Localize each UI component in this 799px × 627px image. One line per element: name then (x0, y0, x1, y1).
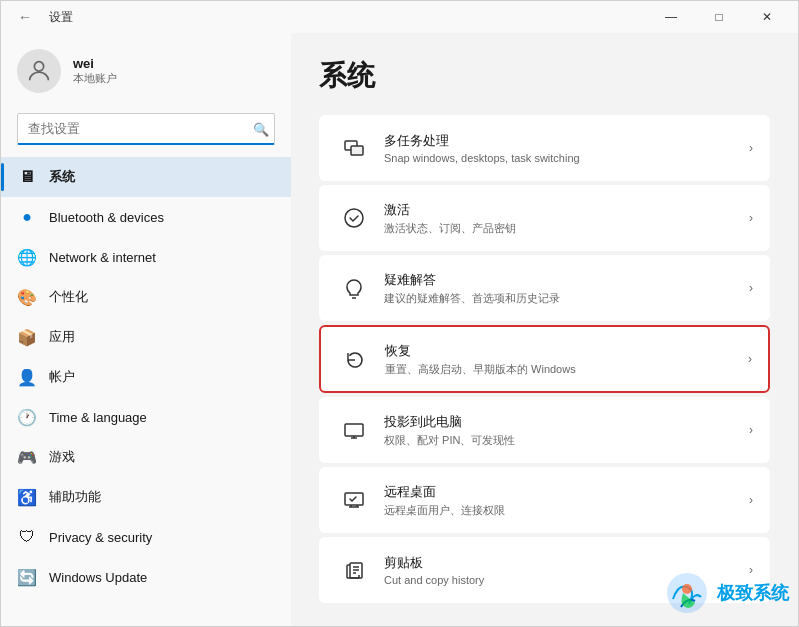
svg-point-14 (682, 584, 692, 594)
recovery-icon (337, 341, 373, 377)
clipboard-icon (336, 552, 372, 588)
time-icon: 🕐 (17, 407, 37, 427)
update-icon: 🔄 (17, 567, 37, 587)
settings-item-multitasking[interactable]: 多任务处理 Snap windows, desktops, task switc… (319, 115, 770, 181)
sidebar-item-accounts[interactable]: 👤 帐户 (1, 357, 291, 397)
sidebar-item-time[interactable]: 🕐 Time & language (1, 397, 291, 437)
maximize-button[interactable]: □ (696, 1, 742, 33)
remotedesktop-title: 远程桌面 (384, 483, 741, 501)
activation-icon (336, 200, 372, 236)
close-button[interactable]: ✕ (744, 1, 790, 33)
accessibility-icon: ♿ (17, 487, 37, 507)
sidebar-item-gaming[interactable]: 🎮 游戏 (1, 437, 291, 477)
projecting-chevron: › (749, 423, 753, 437)
accounts-icon: 👤 (17, 367, 37, 387)
sidebar-item-accessibility-label: 辅助功能 (49, 488, 101, 506)
right-panel: 系统 多任务处理 Snap windows, desktops, task sw… (291, 33, 798, 626)
sidebar-item-system-label: 系统 (49, 168, 75, 186)
activation-text: 激活 激活状态、订阅、产品密钥 (384, 201, 741, 236)
sidebar-nav: 🖥 系统 ● Bluetooth & devices 🌐 Network & i… (1, 157, 291, 597)
sidebar-item-update-label: Windows Update (49, 570, 147, 585)
system-icon: 🖥 (17, 167, 37, 187)
user-name: wei (73, 56, 117, 71)
sidebar-item-accounts-label: 帐户 (49, 368, 75, 386)
multitasking-text: 多任务处理 Snap windows, desktops, task switc… (384, 132, 741, 164)
titlebar: ← 设置 — □ ✕ (1, 1, 798, 33)
window-controls: — □ ✕ (648, 1, 790, 33)
settings-item-troubleshoot[interactable]: 疑难解答 建议的疑难解答、首选项和历史记录 › (319, 255, 770, 321)
sidebar-item-network[interactable]: 🌐 Network & internet (1, 237, 291, 277)
search-input[interactable] (17, 113, 275, 145)
projecting-text: 投影到此电脑 权限、配对 PIN、可发现性 (384, 413, 741, 448)
sidebar-item-bluetooth-label: Bluetooth & devices (49, 210, 164, 225)
sidebar-item-privacy-label: Privacy & security (49, 530, 152, 545)
sidebar-item-gaming-label: 游戏 (49, 448, 75, 466)
recovery-title: 恢复 (385, 342, 740, 360)
settings-item-activation[interactable]: 激活 激活状态、订阅、产品密钥 › (319, 185, 770, 251)
svg-point-0 (34, 62, 43, 71)
troubleshoot-subtitle: 建议的疑难解答、首选项和历史记录 (384, 291, 741, 306)
gaming-icon: 🎮 (17, 447, 37, 467)
sidebar-item-network-label: Network & internet (49, 250, 156, 265)
troubleshoot-chevron: › (749, 281, 753, 295)
recovery-subtitle: 重置、高级启动、早期版本的 Windows (385, 362, 740, 377)
sidebar-item-privacy[interactable]: 🛡 Privacy & security (1, 517, 291, 557)
settings-list: 多任务处理 Snap windows, desktops, task switc… (319, 115, 770, 603)
user-info: wei 本地账户 (73, 56, 117, 86)
settings-item-remotedesktop[interactable]: 远程桌面 远程桌面用户、连接权限 › (319, 467, 770, 533)
window-title: 设置 (49, 9, 73, 26)
settings-item-recovery[interactable]: 恢复 重置、高级启动、早期版本的 Windows › (319, 325, 770, 393)
settings-item-projecting[interactable]: 投影到此电脑 权限、配对 PIN、可发现性 › (319, 397, 770, 463)
settings-window: ← 设置 — □ ✕ wei 本地账户 (0, 0, 799, 627)
svg-rect-2 (351, 146, 363, 155)
watermark-text: 极致系统 (717, 581, 789, 605)
sidebar-item-bluetooth[interactable]: ● Bluetooth & devices (1, 197, 291, 237)
svg-rect-5 (345, 424, 363, 436)
troubleshoot-text: 疑难解答 建议的疑难解答、首选项和历史记录 (384, 271, 741, 306)
svg-point-3 (345, 209, 363, 227)
remotedesktop-chevron: › (749, 493, 753, 507)
troubleshoot-icon (336, 270, 372, 306)
personalization-icon: 🎨 (17, 287, 37, 307)
sidebar-item-accessibility[interactable]: ♿ 辅助功能 (1, 477, 291, 517)
apps-icon: 📦 (17, 327, 37, 347)
recovery-text: 恢复 重置、高级启动、早期版本的 Windows (385, 342, 740, 377)
user-icon (25, 57, 53, 85)
remotedesktop-icon (336, 482, 372, 518)
activation-title: 激活 (384, 201, 741, 219)
sidebar-item-apps-label: 应用 (49, 328, 75, 346)
watermark: 极致系统 (663, 569, 789, 617)
avatar (17, 49, 61, 93)
activation-chevron: › (749, 211, 753, 225)
activation-subtitle: 激活状态、订阅、产品密钥 (384, 221, 741, 236)
page-title: 系统 (319, 57, 770, 95)
privacy-icon: 🛡 (17, 527, 37, 547)
sidebar-item-system[interactable]: 🖥 系统 (1, 157, 291, 197)
search-box: 🔍 (17, 113, 275, 145)
projecting-subtitle: 权限、配对 PIN、可发现性 (384, 433, 741, 448)
sidebar-item-personalization-label: 个性化 (49, 288, 88, 306)
projecting-icon (336, 412, 372, 448)
sidebar-item-time-label: Time & language (49, 410, 147, 425)
minimize-button[interactable]: — (648, 1, 694, 33)
multitasking-chevron: › (749, 141, 753, 155)
multitasking-subtitle: Snap windows, desktops, task switching (384, 152, 741, 164)
sidebar-item-personalization[interactable]: 🎨 个性化 (1, 277, 291, 317)
user-type: 本地账户 (73, 71, 117, 86)
user-section: wei 本地账户 (1, 33, 291, 105)
back-button[interactable]: ← (9, 1, 41, 33)
bluetooth-icon: ● (17, 207, 37, 227)
projecting-title: 投影到此电脑 (384, 413, 741, 431)
multitasking-title: 多任务处理 (384, 132, 741, 150)
network-icon: 🌐 (17, 247, 37, 267)
troubleshoot-title: 疑难解答 (384, 271, 741, 289)
sidebar: wei 本地账户 🔍 🖥 系统 ● Bluetooth & devices (1, 33, 291, 626)
remotedesktop-subtitle: 远程桌面用户、连接权限 (384, 503, 741, 518)
sidebar-item-apps[interactable]: 📦 应用 (1, 317, 291, 357)
watermark-logo (663, 569, 711, 617)
sidebar-item-update[interactable]: 🔄 Windows Update (1, 557, 291, 597)
search-icon[interactable]: 🔍 (253, 122, 269, 137)
recovery-chevron: › (748, 352, 752, 366)
remotedesktop-text: 远程桌面 远程桌面用户、连接权限 (384, 483, 741, 518)
multitasking-icon (336, 130, 372, 166)
